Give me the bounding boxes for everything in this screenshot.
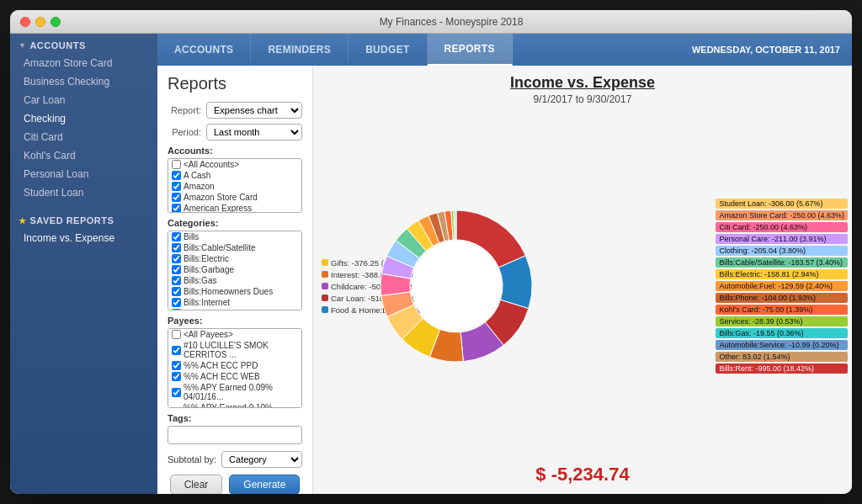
period-label: Period: <box>168 127 201 137</box>
account-all[interactable]: <All Accounts> <box>168 159 301 170</box>
clear-button[interactable]: Clear <box>170 475 223 494</box>
saved-reports-header-label: SAVED REPORTS <box>30 215 114 225</box>
chart-area: Income vs. Expense 9/1/2017 to 9/30/2017… <box>313 66 852 494</box>
account-a-cash[interactable]: A Cash <box>168 170 301 181</box>
chart-title: Income vs. Expense <box>510 74 655 92</box>
account-american-express[interactable]: American Express <box>168 203 301 213</box>
tab-reports[interactable]: REPORTS <box>428 34 513 66</box>
accounts-list-box: <All Accounts> A Cash Amazon Amazon Stor… <box>168 158 302 213</box>
payee-ach-ecc-web[interactable]: %% ACH ECC WEB <box>168 371 301 382</box>
report-field-row: Report: Expenses chart <box>168 102 302 119</box>
legend-color-food-eating <box>322 306 328 313</box>
cat-bills-internet[interactable]: Bills:Internet <box>168 297 301 308</box>
star-icon: ★ <box>19 216 27 225</box>
tags-input[interactable] <box>168 426 302 444</box>
accounts-section-header: ▼ ACCOUNTS <box>10 34 157 54</box>
subtotal-label: Subtotal by: <box>168 454 216 464</box>
cat-bills-gas[interactable]: Bills:Gas <box>168 275 301 286</box>
payee-10-lucille[interactable]: #10 LUCILLE'S SMOK CERRITOS ... <box>168 340 301 360</box>
legend-tag-kohls: Kohl's Card: -75.00 (1.39%) <box>716 305 848 315</box>
donut-svg <box>372 202 540 370</box>
sidebar-item-business-checking[interactable]: Business Checking <box>10 72 157 91</box>
window-title: My Finances - Moneyspire 2018 <box>61 16 842 28</box>
legend-tag-bills-rent: Bills:Rent: -995.00 (18.42%) <box>716 363 848 374</box>
legend-tag-personal-care: Personal Care: -211.00 (3.91%) <box>716 234 848 244</box>
payees-list-label: Payees: <box>168 316 302 326</box>
categories-list-label: Categories: <box>168 218 302 228</box>
account-amazon-store-card[interactable]: Amazon Store Card <box>168 192 301 203</box>
total-amount: $ -5,234.74 <box>535 464 629 485</box>
content-area: Reports Report: Expenses chart Period: L… <box>157 66 852 494</box>
legend-tag-auto-fuel: Automobile:Fuel: -129.59 (2.40%) <box>716 281 848 291</box>
subtotal-select[interactable]: Category <box>221 451 302 468</box>
account-amazon[interactable]: Amazon <box>168 181 301 192</box>
sidebar-item-citi-card[interactable]: Citi Card <box>10 128 157 146</box>
sidebar-item-car-loan[interactable]: Car Loan <box>10 91 157 109</box>
sidebar-item-personal-loan[interactable]: Personal Loan <box>10 165 157 183</box>
minimize-button[interactable] <box>35 17 45 27</box>
report-label: Report: <box>168 105 201 115</box>
cat-bills-electric[interactable]: Bills:Electric <box>168 253 301 264</box>
generate-button[interactable]: Generate <box>229 475 300 494</box>
legend-tag-bills-phone: Bills:Phone: -104.00 (1.93%) <box>716 293 848 303</box>
cat-bills-garbage[interactable]: Bills:Garbage <box>168 264 301 275</box>
period-field-row: Period: Last month <box>168 124 302 141</box>
legend-tag-clothing: Clothing: -205.04 (3.80%) <box>716 246 848 256</box>
sidebar-item-income-vs-expense[interactable]: Income vs. Expense <box>10 229 157 247</box>
svg-point-0 <box>412 241 501 331</box>
tags-label: Tags: <box>168 413 302 423</box>
traffic-lights <box>20 17 61 27</box>
legend-tag-citi-card: Citi Card: -250.00 (4.63%) <box>716 222 848 232</box>
sidebar-item-kohls-card[interactable]: Kohl's Card <box>10 146 157 165</box>
legend-tag-auto-service: Automobile:Service: -10.99 (0.20%) <box>716 340 848 350</box>
legend-tag-bills-cable: Bills:Cable/Satellite: -183.57 (3.40%) <box>716 257 848 268</box>
payee-ach-ecc-ppd[interactable]: %% ACH ECC PPD <box>168 360 301 371</box>
tags-section: Tags: <box>168 413 302 448</box>
tab-reminders[interactable]: REMINDERS <box>251 34 349 66</box>
accounts-list-label: Accounts: <box>168 146 302 156</box>
close-button[interactable] <box>20 17 30 27</box>
cat-bills-mortgage[interactable]: Bills:Mortgage <box>168 308 301 310</box>
payee-all[interactable]: <All Payees> <box>168 329 301 340</box>
report-select[interactable]: Expenses chart <box>206 102 302 119</box>
payee-apy-03[interactable]: %% APY Earned 0.10% 03/01/16... <box>168 402 301 408</box>
panel-title: Reports <box>168 74 302 93</box>
accounts-header-label: ACCOUNTS <box>29 40 85 50</box>
legend-color-car-loan <box>322 294 328 301</box>
maximize-button[interactable] <box>51 17 61 27</box>
cat-bills-cable[interactable]: Bills:Cable/Satellite <box>168 242 301 253</box>
saved-reports-section-header: ★ SAVED REPORTS <box>10 209 157 229</box>
cat-bills[interactable]: Bills <box>168 231 301 242</box>
main-content: ACCOUNTS REMINDERS BUDGET REPORTS WEDNES… <box>157 34 852 494</box>
legend-color-gifts <box>322 259 328 266</box>
accounts-arrow-icon: ▼ <box>19 41 26 50</box>
tab-accounts[interactable]: ACCOUNTS <box>157 34 251 66</box>
nav-bar: ACCOUNTS REMINDERS BUDGET REPORTS WEDNES… <box>157 34 852 66</box>
tab-budget[interactable]: BUDGET <box>349 34 427 66</box>
legend-tag-services: Services: -28.39 (0.53%) <box>716 316 848 326</box>
donut-chart <box>372 202 540 370</box>
sidebar-item-checking[interactable]: Checking <box>10 109 157 128</box>
app-body: ▼ ACCOUNTS Amazon Store Card Business Ch… <box>10 34 852 494</box>
legend-tag-bills-electric: Bills:Electric: -158.81 (2.94%) <box>716 269 848 279</box>
cat-bills-homeowners[interactable]: Bills:Homeowners Dues <box>168 286 301 297</box>
sidebar-item-amazon-store-card[interactable]: Amazon Store Card <box>10 54 157 72</box>
payee-apy-04[interactable]: %% APY Earned 0.09% 04/01/16... <box>168 382 301 402</box>
legend-color-interest <box>322 271 328 278</box>
chart-subtitle: 9/1/2017 to 9/30/2017 <box>534 93 632 105</box>
chart-main: Gifts: -376.25 (6.97%) Interest: -388.89… <box>313 112 852 460</box>
legend-tag-other: Other: 83.02 (1.54%) <box>716 352 848 362</box>
subtotal-row: Subtotal by: Category <box>168 451 302 468</box>
sidebar: ▼ ACCOUNTS Amazon Store Card Business Ch… <box>10 34 157 494</box>
left-panel: Reports Report: Expenses chart Period: L… <box>157 66 313 494</box>
button-row: Clear Generate <box>168 475 302 494</box>
sidebar-item-student-loan[interactable]: Student Loan <box>10 183 157 202</box>
period-select[interactable]: Last month <box>206 124 302 141</box>
titlebar: My Finances - Moneyspire 2018 <box>10 10 852 34</box>
legend-color-childcare <box>322 283 328 289</box>
categories-list-box: Bills Bills:Cable/Satellite Bills:Electr… <box>168 231 302 310</box>
app-window: My Finances - Moneyspire 2018 ▼ ACCOUNTS… <box>10 10 852 494</box>
legend-right: Student Loan: -306.00 (5.67%) Amazon Sto… <box>716 112 848 460</box>
legend-tag-student-loan: Student Loan: -306.00 (5.67%) <box>716 199 848 209</box>
legend-tag-amazon-store-card: Amazon Store Card: -250.00 (4.63%) <box>716 210 848 220</box>
